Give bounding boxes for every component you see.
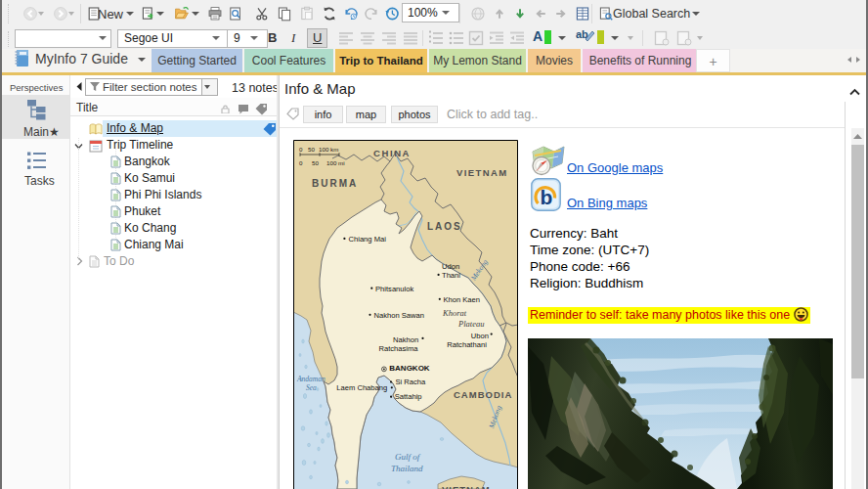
svg-text:Thailand: Thailand — [391, 464, 423, 473]
svg-text:0: 0 — [299, 159, 303, 166]
svg-text:Nakhon: Nakhon — [393, 335, 418, 344]
svg-text:CHINA: CHINA — [373, 148, 411, 158]
svg-text:b: b — [541, 186, 553, 208]
svg-text:Chiang Mai: Chiang Mai — [349, 235, 387, 244]
svg-text:100 km: 100 km — [319, 146, 338, 153]
svg-text:Gulf of: Gulf of — [395, 452, 421, 462]
svg-text:0: 0 — [299, 146, 303, 153]
svg-text:50: 50 — [308, 146, 315, 153]
svg-text:Phitsanulok: Phitsanulok — [375, 285, 413, 293]
svg-text:Si Racha: Si Racha — [395, 378, 426, 386]
svg-text:VIETNAM: VIETNAM — [456, 167, 508, 178]
svg-text:Andaman: Andaman — [296, 375, 326, 383]
svg-text:Sea: Sea — [306, 383, 317, 392]
svg-text:Ubon: Ubon — [471, 332, 489, 340]
svg-text:Plateau: Plateau — [457, 319, 484, 329]
svg-text:Sattahip: Sattahip — [395, 392, 422, 401]
svg-text:CAMBODIA: CAMBODIA — [454, 389, 512, 400]
svg-text:Laem Chabang: Laem Chabang — [336, 383, 387, 392]
svg-text:LAOS: LAOS — [427, 221, 462, 232]
svg-text:100 mi: 100 mi — [326, 159, 345, 166]
svg-text:Ratchasima: Ratchasima — [379, 344, 419, 353]
svg-text:Nakhon Sawan: Nakhon Sawan — [374, 311, 425, 320]
svg-text:BANGKOK: BANGKOK — [389, 364, 430, 373]
svg-text:BURMA: BURMA — [312, 178, 358, 189]
svg-text:Udon: Udon — [442, 262, 459, 271]
svg-text:VIETNAM: VIETNAM — [442, 484, 491, 489]
svg-text:Khorat: Khorat — [442, 308, 467, 318]
svg-text:50: 50 — [312, 159, 319, 166]
svg-text:Ratchathani: Ratchathani — [447, 340, 487, 349]
svg-text:Khon Kaen: Khon Kaen — [443, 295, 480, 304]
svg-text:Thani: Thani — [442, 271, 460, 280]
